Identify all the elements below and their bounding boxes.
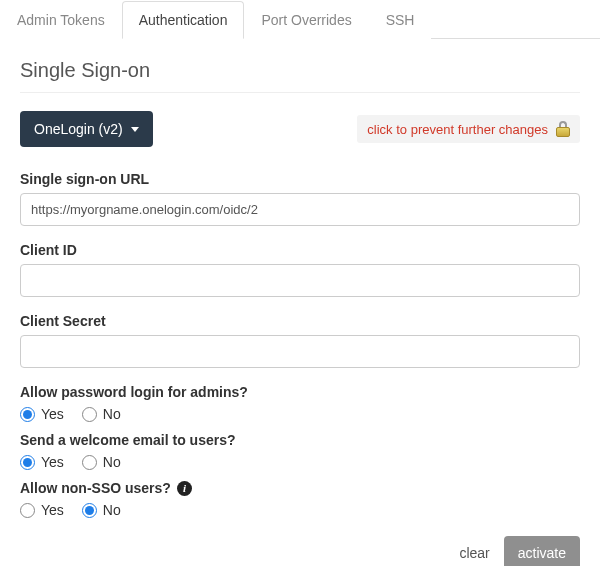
tab-authentication[interactable]: Authentication xyxy=(122,1,245,39)
activate-button[interactable]: activate xyxy=(504,536,580,566)
client-secret-input[interactable] xyxy=(20,335,580,368)
info-icon[interactable]: i xyxy=(177,481,192,496)
sso-url-input[interactable] xyxy=(20,193,580,226)
tab-bar: Admin Tokens Authentication Port Overrid… xyxy=(0,0,600,39)
chevron-down-icon xyxy=(131,127,139,132)
question-send-welcome-email: Send a welcome email to users? xyxy=(20,432,580,448)
radio-no[interactable] xyxy=(82,455,97,470)
send-welcome-email-no[interactable]: No xyxy=(82,454,121,470)
radio-yes[interactable] xyxy=(20,503,35,518)
clear-button[interactable]: clear xyxy=(459,545,489,561)
radio-no[interactable] xyxy=(82,503,97,518)
sso-provider-dropdown[interactable]: OneLogin (v2) xyxy=(20,111,153,147)
tab-port-overrides[interactable]: Port Overrides xyxy=(244,1,368,39)
radio-yes[interactable] xyxy=(20,455,35,470)
radio-yes[interactable] xyxy=(20,407,35,422)
allow-password-admins-yes[interactable]: Yes xyxy=(20,406,64,422)
tab-admin-tokens[interactable]: Admin Tokens xyxy=(0,1,122,39)
send-welcome-email-yes[interactable]: Yes xyxy=(20,454,64,470)
allow-non-sso-users-no[interactable]: No xyxy=(82,502,121,518)
sso-provider-dropdown-label: OneLogin (v2) xyxy=(34,121,123,137)
question-allow-non-sso-users: Allow non-SSO users? i xyxy=(20,480,580,496)
tab-ssh[interactable]: SSH xyxy=(369,1,432,39)
section-title: Single Sign-on xyxy=(20,59,580,93)
client-secret-label: Client Secret xyxy=(20,313,580,329)
lock-notice-text: click to prevent further changes xyxy=(367,122,548,137)
question-allow-password-admins: Allow password login for admins? xyxy=(20,384,580,400)
allow-password-admins-no[interactable]: No xyxy=(82,406,121,422)
lock-icon xyxy=(556,121,570,137)
sso-url-label: Single sign-on URL xyxy=(20,171,580,187)
radio-no[interactable] xyxy=(82,407,97,422)
client-id-label: Client ID xyxy=(20,242,580,258)
client-id-input[interactable] xyxy=(20,264,580,297)
lock-notice[interactable]: click to prevent further changes xyxy=(357,115,580,143)
allow-non-sso-users-yes[interactable]: Yes xyxy=(20,502,64,518)
